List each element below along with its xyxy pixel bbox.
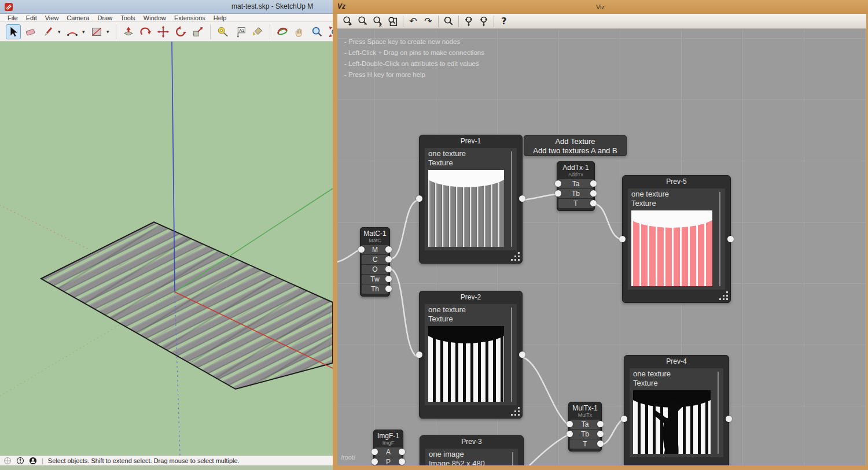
wire-prev1-to-addtx-tb[interactable] [523, 194, 557, 200]
help-icon[interactable]: ? [497, 15, 511, 28]
pin-row-c[interactable]: C [362, 255, 388, 264]
resize-grip[interactable] [510, 252, 520, 261]
sync-b-icon[interactable] [477, 15, 491, 28]
user-account-icon[interactable] [29, 457, 37, 465]
attribute-type-label[interactable]: Texture [633, 379, 671, 388]
zoom-fit-icon[interactable] [386, 15, 400, 28]
node-addtx-1[interactable]: AddTx-1 AddTx Ta Tb T [557, 161, 595, 211]
output-pin[interactable] [385, 286, 392, 292]
node-imgf-1[interactable]: ImgF-1 ImgF A P [373, 430, 403, 465]
attribute-count-label[interactable]: one texture [633, 369, 671, 379]
geolocation-icon[interactable] [3, 457, 12, 465]
zoom-in-icon[interactable]: + [341, 15, 355, 28]
output-pin[interactable] [590, 190, 597, 197]
paint-bucket-tool-icon[interactable] [250, 24, 265, 39]
text-tool-icon[interactable]: A1 [233, 24, 248, 39]
node-graph-canvas[interactable]: - Press Space key to create new nodes - … [337, 29, 866, 465]
arc-tool-icon[interactable] [65, 24, 80, 39]
attribute-count-label[interactable]: one texture [428, 149, 466, 158]
pan-tool-icon[interactable] [292, 24, 307, 39]
orbit-tool-icon[interactable] [275, 24, 290, 39]
attribute-type-label[interactable]: Texture [428, 158, 466, 168]
pin-row-t[interactable]: T [558, 199, 593, 208]
attribute-count-label[interactable]: one texture [428, 305, 466, 314]
node-prev-1[interactable]: Prev-1 one texture Texture [419, 135, 523, 264]
menu-item-file[interactable]: File [3, 14, 22, 21]
menu-item-tools[interactable]: Tools [116, 14, 139, 21]
menu-item-draw[interactable]: Draw [93, 14, 116, 21]
pin-row-t[interactable]: T [570, 439, 600, 449]
resize-grip[interactable] [510, 407, 520, 416]
input-pin[interactable] [621, 416, 627, 422]
output-pin[interactable] [399, 449, 405, 455]
output-pin[interactable] [519, 351, 525, 358]
sketchup-titlebar[interactable]: mat-test.skp - SketchUp M [0, 0, 337, 14]
input-pin[interactable] [416, 195, 422, 202]
arc-dropdown-arrow-icon[interactable]: ▾ [82, 29, 87, 35]
input-pin[interactable] [619, 236, 626, 242]
sync-a-icon[interactable] [462, 15, 476, 28]
attribute-type-label[interactable]: Texture [428, 314, 466, 324]
menu-item-camera[interactable]: Camera [62, 14, 93, 21]
pin-row-m[interactable]: M [362, 245, 388, 254]
node-prev-2[interactable]: Prev-2 one texture Texture [419, 291, 523, 419]
eraser-tool-icon[interactable] [23, 24, 38, 39]
wire-multx-t-to-prev4[interactable] [602, 419, 624, 445]
rectangle-tool-icon[interactable] [89, 24, 104, 39]
input-pin[interactable] [555, 190, 561, 197]
pin-row-ta[interactable]: Ta [570, 420, 600, 429]
output-pin[interactable] [726, 416, 732, 422]
output-pin[interactable] [385, 256, 392, 262]
scale-tool-icon[interactable] [190, 24, 205, 39]
node-prev-4[interactable]: Prev-4 one texture Texture [624, 355, 729, 465]
output-pin[interactable] [385, 276, 392, 282]
sketchup-viewport[interactable] [0, 42, 337, 456]
input-pin[interactable] [567, 431, 573, 437]
menu-item-view[interactable]: View [41, 14, 63, 21]
pin-row-tb[interactable]: Tb [570, 430, 600, 439]
pin-row-th[interactable]: Th [362, 284, 388, 294]
node-multx-1[interactable]: MulTx-1 MulTx Ta Tb T [568, 402, 602, 452]
attribute-count-label[interactable]: one texture [631, 190, 669, 199]
menu-item-extensions[interactable]: Extensions [170, 14, 209, 21]
attribute-type-label[interactable]: Image 852 x 480 [429, 459, 485, 465]
output-pin[interactable] [590, 180, 597, 187]
wire-addtx-t-to-prev5[interactable] [595, 204, 621, 239]
push-pull-tool-icon[interactable] [121, 24, 136, 39]
attribute-type-label[interactable]: Texture [631, 199, 669, 208]
move-tool-icon[interactable] [156, 24, 171, 39]
resize-grip[interactable] [719, 291, 728, 300]
output-pin[interactable] [519, 195, 525, 202]
model-info-icon[interactable] [16, 457, 24, 465]
line-tool-icon[interactable] [41, 24, 56, 39]
output-pin[interactable] [597, 431, 604, 437]
output-pin[interactable] [590, 200, 597, 206]
follow-me-tool-icon[interactable] [138, 24, 153, 39]
menu-item-help[interactable]: Help [209, 14, 231, 21]
rotate-tool-icon[interactable] [173, 24, 188, 39]
input-pin[interactable] [372, 449, 378, 455]
input-pin[interactable] [372, 458, 378, 465]
zoom-cancel-icon[interactable]: x [371, 15, 385, 28]
pin-row-tw[interactable]: Tw [362, 275, 388, 284]
menu-item-window[interactable]: Window [139, 14, 170, 21]
line-dropdown-arrow-icon[interactable]: ▾ [58, 29, 62, 35]
node-prev-5[interactable]: Prev-5 one texture Texture [622, 175, 731, 303]
zoom-tool-icon[interactable] [310, 24, 325, 39]
undo-icon[interactable]: ↶ [406, 15, 420, 28]
output-pin[interactable] [385, 246, 392, 253]
wire-prev2-to-multx-ta[interactable] [523, 357, 568, 425]
input-pin[interactable] [416, 351, 422, 358]
wire-prev3-to-multx-tb[interactable] [526, 435, 568, 465]
pin-row-o[interactable]: O [362, 265, 388, 274]
zoom-out-icon[interactable]: − [356, 15, 370, 28]
input-pin[interactable] [555, 180, 561, 187]
pin-row-ta[interactable]: Ta [558, 179, 593, 188]
input-pin[interactable] [567, 421, 573, 427]
input-pin[interactable] [358, 246, 365, 253]
attribute-count-label[interactable]: one image [429, 450, 485, 459]
pin-row-tb[interactable]: Tb [558, 189, 593, 198]
search-icon[interactable] [442, 15, 455, 28]
viz-titlebar[interactable]: Vz Viz [333, 0, 868, 14]
wire-matc-o-to-prev2[interactable] [390, 269, 419, 357]
